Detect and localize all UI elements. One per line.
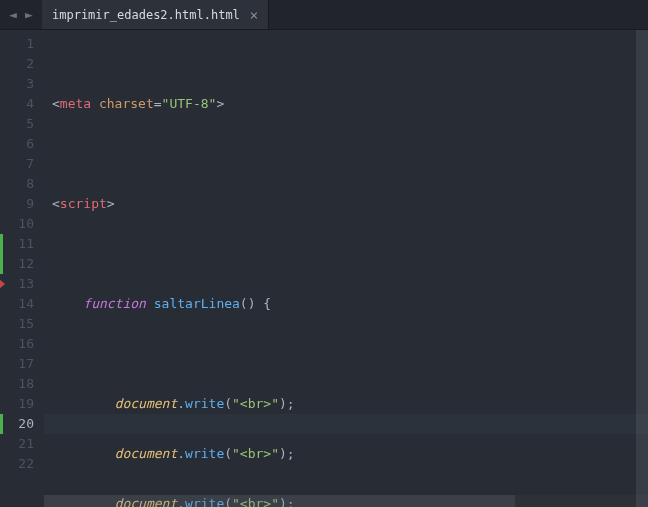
line-number: 3 (0, 74, 44, 94)
line-number: 2 (0, 54, 44, 74)
mod-marker (0, 234, 3, 274)
scrollbar-horizontal[interactable] (44, 495, 648, 507)
scrollbar-vertical[interactable] (636, 30, 648, 507)
line-number: 20 (0, 414, 44, 434)
gutter: 1 2 3 4 5 6 7 8 9 10 11 12 13 14 15 16 1… (0, 30, 44, 507)
line-number: 18 (0, 374, 44, 394)
nav-back-icon[interactable]: ◄ (6, 8, 20, 22)
tab-bar: ◄ ► imprimir_edades2.html.html × (0, 0, 648, 30)
scrollbar-thumb[interactable] (44, 495, 515, 507)
line-number: 1 (0, 34, 44, 54)
mod-marker (0, 414, 3, 434)
file-tab[interactable]: imprimir_edades2.html.html × (42, 0, 269, 29)
line-number: 11 (0, 234, 44, 254)
nav-arrows: ◄ ► (0, 0, 42, 29)
fold-arrow-icon[interactable] (0, 279, 5, 289)
editor: 1 2 3 4 5 6 7 8 9 10 11 12 13 14 15 16 1… (0, 30, 648, 507)
line-number: 17 (0, 354, 44, 374)
line-number: 15 (0, 314, 44, 334)
close-icon[interactable]: × (250, 8, 258, 22)
line-number: 7 (0, 154, 44, 174)
line-number: 4 (0, 94, 44, 114)
code-line: function saltarLinea() { (52, 294, 648, 314)
code-line: <script> (52, 194, 648, 214)
line-number: 12 (0, 254, 44, 274)
code-line: document.write("<br>"); (52, 444, 648, 464)
scrollbar-thumb[interactable] (636, 30, 648, 507)
code-area[interactable]: <meta charset="UTF-8"> <script> function… (44, 30, 648, 507)
code-line: document.write("<br>"); (52, 394, 648, 414)
line-number: 19 (0, 394, 44, 414)
code-line (52, 244, 648, 264)
code-line: <meta charset="UTF-8"> (52, 94, 648, 114)
code-line (52, 144, 648, 164)
line-number: 13 (0, 274, 44, 294)
line-number: 5 (0, 114, 44, 134)
line-number: 10 (0, 214, 44, 234)
line-number: 6 (0, 134, 44, 154)
line-number: 22 (0, 454, 44, 474)
nav-forward-icon[interactable]: ► (22, 8, 36, 22)
line-number: 14 (0, 294, 44, 314)
line-number: 8 (0, 174, 44, 194)
code-line (52, 344, 648, 364)
active-line-highlight (44, 414, 648, 434)
line-number: 21 (0, 434, 44, 454)
tab-filename: imprimir_edades2.html.html (52, 8, 240, 22)
line-number: 9 (0, 194, 44, 214)
line-number: 16 (0, 334, 44, 354)
